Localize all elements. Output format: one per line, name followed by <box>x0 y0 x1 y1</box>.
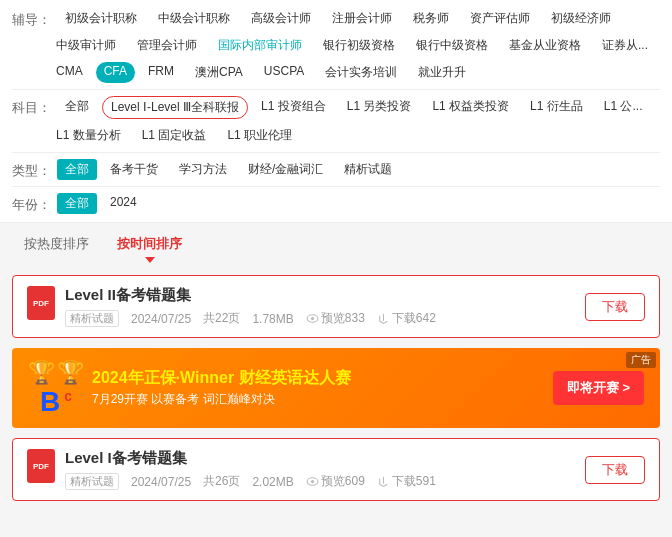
tag-l1-zhiye[interactable]: L1 职业伦理 <box>219 125 300 146</box>
ad-badge: 广告 <box>626 352 656 368</box>
fudao-tags2: 中级审计师 管理会计师 国际内部审计师 银行初级资格 银行中级资格 基金从业资格… <box>48 35 660 56</box>
trophy-icon-1: 🏆 <box>28 360 55 386</box>
ad-banner[interactable]: 广告 🏆 🏆 B c 2024年正保·Winner 财经英语达人赛 7月29开赛… <box>12 348 660 428</box>
tag-zhuce[interactable]: 注册会计师 <box>324 8 400 29</box>
filter-section: 辅导： 初级会计职称 中级会计职称 高级会计师 注册会计师 税务师 资产评估师 … <box>0 0 672 223</box>
sort-by-time-btn[interactable]: 按时间排序 <box>105 231 194 257</box>
letter-c: c <box>64 388 72 416</box>
tag-l1-linglei[interactable]: L1 另类投资 <box>339 96 420 119</box>
fudao-tags3: CMA CFA FRM 澳洲CPA USCPA 会计实务培训 就业升升 <box>48 62 660 83</box>
letters-row: B c <box>40 388 72 416</box>
card-views-1: 预览833 <box>306 310 365 327</box>
fudao-row: 辅导： 初级会计职称 中级会计职称 高级会计师 注册会计师 税务师 资产评估师 … <box>12 8 660 29</box>
pdf-icon-2 <box>27 449 55 483</box>
ad-inner-text: 2024年正保·Winner 财经英语达人赛 7月29开赛 以赛备考 词汇巅峰对… <box>92 368 351 408</box>
tag-l1-shuliang[interactable]: L1 数量分析 <box>48 125 129 146</box>
tag-aocpa[interactable]: 澳洲CPA <box>187 62 251 83</box>
tag-quanbu-kemu[interactable]: 全部 <box>57 96 97 119</box>
tag-l1-gong[interactable]: L1 公... <box>596 96 651 119</box>
svg-point-1 <box>311 317 314 320</box>
kemu-tags: 全部 Level Ⅰ-Level Ⅲ全科联报 L1 投资组合 L1 另类投资 L… <box>57 96 660 119</box>
tag-caijing-cihui[interactable]: 财经/金融词汇 <box>240 159 331 180</box>
card-meta-2: 精析试题 2024/07/25 共26页 2.02MB 预览609 下载591 <box>65 473 436 490</box>
resource-card-2: Level I备考错题集 精析试题 2024/07/25 共26页 2.02MB… <box>12 438 660 501</box>
tag-yinhang-chuji[interactable]: 银行初级资格 <box>315 35 403 56</box>
card-meta-1: 精析试题 2024/07/25 共22页 1.78MB 预览833 下载642 <box>65 310 436 327</box>
tag-shuiwu[interactable]: 税务师 <box>405 8 457 29</box>
card-left-1: Level II备考错题集 精析试题 2024/07/25 共22页 1.78M… <box>27 286 585 327</box>
card-tag-2: 精析试题 <box>65 473 119 490</box>
ad-cta-btn[interactable]: 即将开赛 > <box>553 371 644 405</box>
leixing-label: 类型： <box>12 159 51 180</box>
card-size-1: 1.78MB <box>252 312 293 326</box>
sort-by-hot-btn[interactable]: 按热度排序 <box>12 231 101 257</box>
letter-b: B <box>40 388 60 416</box>
tag-cma[interactable]: CMA <box>48 62 91 83</box>
card-downloads-1: 下载642 <box>377 310 436 327</box>
svg-point-3 <box>311 480 314 483</box>
download-btn-1[interactable]: 下载 <box>585 293 645 321</box>
trophy-icon-2: 🏆 <box>57 360 84 386</box>
tag-level-all[interactable]: Level Ⅰ-Level Ⅲ全科联报 <box>102 96 248 119</box>
nianfen-tags: 全部 2024 <box>57 193 660 214</box>
card-title-1: Level II备考错题集 <box>65 286 436 305</box>
ad-left: 🏆 🏆 B c 2024年正保·Winner 财经英语达人赛 7月29开赛 以赛… <box>28 360 351 416</box>
tag-uscpa[interactable]: USCPA <box>256 62 312 83</box>
tag-guanli[interactable]: 管理会计师 <box>129 35 205 56</box>
tag-quanbu-nianfen[interactable]: 全部 <box>57 193 97 214</box>
tag-chujikuaiji[interactable]: 初级会计职称 <box>57 8 145 29</box>
tag-zhengquan[interactable]: 证券从... <box>594 35 656 56</box>
fudao-label: 辅导： <box>12 8 51 29</box>
tag-yinhang-zhongji[interactable]: 银行中级资格 <box>408 35 496 56</box>
card-date-1: 2024/07/25 <box>131 312 191 326</box>
card-views-2: 预览609 <box>306 473 365 490</box>
tag-l1-touzi[interactable]: L1 投资组合 <box>253 96 334 119</box>
card-left-2: Level I备考错题集 精析试题 2024/07/25 共26页 2.02MB… <box>27 449 585 490</box>
card-info-2: Level I备考错题集 精析试题 2024/07/25 共26页 2.02MB… <box>65 449 436 490</box>
ad-subtitle: 7月29开赛 以赛备考 词汇巅峰对决 <box>92 391 351 408</box>
tag-2024[interactable]: 2024 <box>102 193 145 214</box>
tag-chuji-jingji[interactable]: 初级经济师 <box>543 8 619 29</box>
content-area: Level II备考错题集 精析试题 2024/07/25 共22页 1.78M… <box>0 265 672 521</box>
card-pages-2: 共26页 <box>203 473 240 490</box>
card-info-1: Level II备考错题集 精析试题 2024/07/25 共22页 1.78M… <box>65 286 436 327</box>
tag-frm[interactable]: FRM <box>140 62 182 83</box>
tag-kuaiji-shiwu[interactable]: 会计实务培训 <box>317 62 405 83</box>
card-title-2: Level I备考错题集 <box>65 449 436 468</box>
tag-zhongjikuaiji[interactable]: 中级会计职称 <box>150 8 238 29</box>
fudao-row2: 中级审计师 管理会计师 国际内部审计师 银行初级资格 银行中级资格 基金从业资格… <box>12 35 660 56</box>
tag-cfa[interactable]: CFA <box>96 62 135 83</box>
resource-card-1: Level II备考错题集 精析试题 2024/07/25 共22页 1.78M… <box>12 275 660 338</box>
tag-beikao-ganhuo[interactable]: 备考干货 <box>102 159 166 180</box>
leixing-row: 类型： 全部 备考干货 学习方法 财经/金融词汇 精析试题 <box>12 159 660 180</box>
tag-zichan[interactable]: 资产评估师 <box>462 8 538 29</box>
tag-guoji[interactable]: 国际内部审计师 <box>210 35 310 56</box>
card-size-2: 2.02MB <box>252 475 293 489</box>
tag-l1-yansheng[interactable]: L1 衍生品 <box>522 96 591 119</box>
tag-l1-gudingshouri[interactable]: L1 固定收益 <box>134 125 215 146</box>
divider2 <box>12 152 660 153</box>
fudao-row3: CMA CFA FRM 澳洲CPA USCPA 会计实务培训 就业升升 <box>12 62 660 83</box>
cups-icons: 🏆 🏆 <box>28 360 84 386</box>
ad-title: 2024年正保·Winner 财经英语达人赛 <box>92 368 351 389</box>
tag-l1-quanyi[interactable]: L1 权益类投资 <box>424 96 517 119</box>
tag-jiuye[interactable]: 就业升升 <box>410 62 474 83</box>
nianfen-label: 年份： <box>12 193 51 214</box>
divider1 <box>12 89 660 90</box>
kemu-tags2: L1 数量分析 L1 固定收益 L1 职业伦理 <box>48 125 660 146</box>
leixing-tags: 全部 备考干货 学习方法 财经/金融词汇 精析试题 <box>57 159 660 180</box>
card-pages-1: 共22页 <box>203 310 240 327</box>
kemu-row2: L1 数量分析 L1 固定收益 L1 职业伦理 <box>12 125 660 146</box>
tag-zhongjishenji[interactable]: 中级审计师 <box>48 35 124 56</box>
card-date-2: 2024/07/25 <box>131 475 191 489</box>
tag-jingxi-shiti[interactable]: 精析试题 <box>336 159 400 180</box>
tag-quanbu-leixing[interactable]: 全部 <box>57 159 97 180</box>
tag-xuexi-fangfa[interactable]: 学习方法 <box>171 159 235 180</box>
kemu-row: 科目： 全部 Level Ⅰ-Level Ⅲ全科联报 L1 投资组合 L1 另类… <box>12 96 660 119</box>
tag-gaojikuaiji[interactable]: 高级会计师 <box>243 8 319 29</box>
sort-bar: 按热度排序 按时间排序 <box>0 223 672 265</box>
fudao-tags: 初级会计职称 中级会计职称 高级会计师 注册会计师 税务师 资产评估师 初级经济… <box>57 8 660 29</box>
download-btn-2[interactable]: 下载 <box>585 456 645 484</box>
tag-jijin[interactable]: 基金从业资格 <box>501 35 589 56</box>
kemu-label: 科目： <box>12 96 51 117</box>
